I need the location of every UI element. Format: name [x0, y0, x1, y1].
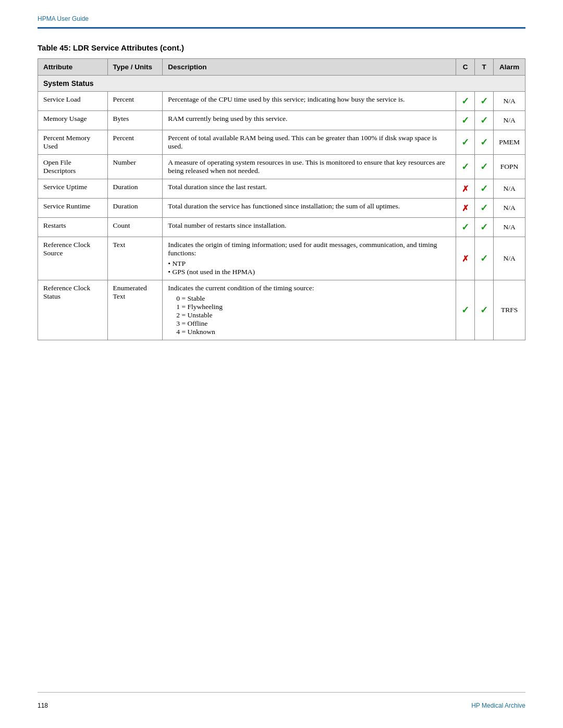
cell-attribute: Service Load	[38, 92, 108, 111]
cell-attribute: Restarts	[38, 218, 108, 237]
description-main: Indicates the origin of timing infor­mat…	[168, 241, 437, 257]
cell-type-units: Percent	[107, 92, 163, 111]
col-header-alarm: Alarm	[494, 59, 525, 76]
cell-t: ✓	[475, 130, 494, 155]
check-icon: ✓	[480, 137, 488, 147]
cell-description: Indicates the origin of timing infor­mat…	[163, 237, 456, 280]
page-footer: 118 HP Medical Archive	[0, 702, 563, 709]
cell-description: Total duration the service has func­tion…	[163, 199, 456, 218]
cell-c: ✗	[456, 179, 475, 199]
header-nav-link[interactable]: HPMA User Guide	[38, 15, 89, 22]
cell-alarm: N/A	[494, 199, 525, 218]
cell-c: ✓	[456, 92, 475, 111]
cell-alarm: TRFS	[494, 280, 525, 340]
cell-alarm: N/A	[494, 111, 525, 130]
cell-type-units: Bytes	[107, 111, 163, 130]
col-header-attribute: Attribute	[38, 59, 108, 76]
cell-t: ✓	[475, 237, 494, 280]
cell-t: ✓	[475, 199, 494, 218]
section-header-label: System Status	[38, 76, 525, 92]
table-row: Memory Usage Bytes RAM currently being u…	[38, 111, 525, 130]
cell-alarm: N/A	[494, 237, 525, 280]
data-table: Attribute Type / Units Description C T A…	[38, 58, 525, 340]
cell-c: ✓	[456, 111, 475, 130]
cell-type-units: Count	[107, 218, 163, 237]
check-icon: ✓	[461, 96, 469, 106]
table-row: Restarts Count Total number of restarts …	[38, 218, 525, 237]
bullet-item: GPS (not used in the HPMA)	[168, 268, 450, 276]
section-header-row: System Status	[38, 76, 525, 92]
table-row: Service Runtime Duration Total duration …	[38, 199, 525, 218]
col-header-type-units: Type / Units	[107, 59, 163, 76]
check-icon: ✓	[461, 305, 469, 315]
table-row: Service Uptime Duration Total duration s…	[38, 179, 525, 199]
cell-alarm: N/A	[494, 92, 525, 111]
page-number: 118	[38, 702, 48, 709]
cell-alarm: PMEM	[494, 130, 525, 155]
cell-attribute: Memory Usage	[38, 111, 108, 130]
table-header-row: Attribute Type / Units Description C T A…	[38, 59, 525, 76]
description-items: 0 = Stable 1 = Flywheeling 2 = Unstable …	[168, 294, 450, 336]
cell-description: Percent of total available RAM being use…	[163, 130, 456, 155]
description-main: Indicates the current condition of the t…	[168, 284, 314, 292]
cell-c: ✓	[456, 130, 475, 155]
enum-item: 2 = Unstable	[176, 311, 450, 319]
cell-t: ✓	[475, 92, 494, 111]
check-icon: ✓	[461, 162, 469, 172]
check-icon: ✓	[480, 253, 488, 264]
cell-description: RAM currently being used by this service…	[163, 111, 456, 130]
cell-type-units: Duration	[107, 199, 163, 218]
cell-type-units: Number	[107, 155, 163, 179]
check-icon: ✓	[461, 137, 469, 147]
page-header: HPMA User Guide	[0, 0, 563, 23]
enum-item: 4 = Unknown	[176, 328, 450, 336]
cell-alarm: FOPN	[494, 155, 525, 179]
cell-c: ✓	[456, 218, 475, 237]
x-icon: ✗	[462, 204, 469, 213]
footer-rule	[38, 692, 525, 693]
cell-attribute: Service Uptime	[38, 179, 108, 199]
cell-attribute: Open File Descriptors	[38, 155, 108, 179]
cell-type-units: Duration	[107, 179, 163, 199]
cell-c: ✗	[456, 237, 475, 280]
footer-brand: HP Medical Archive	[471, 702, 525, 709]
cell-c: ✗	[456, 199, 475, 218]
check-icon: ✓	[480, 115, 488, 126]
cell-type-units: Text	[107, 237, 163, 280]
table-row: Reference Clock Source Text Indicates th…	[38, 237, 525, 280]
cell-description: Percentage of the CPU time used by this …	[163, 92, 456, 111]
cell-description: Total duration since the last restart.	[163, 179, 456, 199]
cell-type-units: Percent	[107, 130, 163, 155]
cell-t: ✓	[475, 179, 494, 199]
cell-c: ✓	[456, 280, 475, 340]
cell-description: Total number of restarts since installat…	[163, 218, 456, 237]
x-icon: ✗	[462, 254, 469, 263]
description-bullets: NTP GPS (not used in the HPMA)	[168, 260, 450, 276]
cell-t: ✓	[475, 111, 494, 130]
check-icon: ✓	[480, 96, 488, 106]
cell-alarm: N/A	[494, 179, 525, 199]
table-row: Open File Descriptors Number A measure o…	[38, 155, 525, 179]
col-header-t: T	[475, 59, 494, 76]
check-icon: ✓	[480, 203, 488, 213]
enum-item: 3 = Offline	[176, 319, 450, 328]
table-row: Reference Clock Status Enumerated Text I…	[38, 280, 525, 340]
cell-alarm: N/A	[494, 218, 525, 237]
check-icon: ✓	[480, 222, 488, 232]
check-icon: ✓	[480, 162, 488, 172]
check-icon: ✓	[461, 115, 469, 126]
bullet-item: NTP	[168, 260, 450, 268]
check-icon: ✓	[480, 305, 488, 315]
enum-item: 0 = Stable	[176, 294, 450, 303]
table-row: Percent Memory Used Percent Percent of t…	[38, 130, 525, 155]
cell-t: ✓	[475, 280, 494, 340]
main-content: Table 45: LDR Service Attributes (cont.)…	[0, 29, 563, 340]
cell-description: Indicates the current condition of the t…	[163, 280, 456, 340]
table-row: Service Load Percent Percentage of the C…	[38, 92, 525, 111]
table-title: Table 45: LDR Service Attributes (cont.)	[38, 43, 525, 52]
col-header-c: C	[456, 59, 475, 76]
enum-item: 1 = Flywheeling	[176, 303, 450, 311]
cell-attribute: Percent Memory Used	[38, 130, 108, 155]
page-container: HPMA User Guide Table 45: LDR Service At…	[0, 0, 563, 728]
cell-c: ✓	[456, 155, 475, 179]
